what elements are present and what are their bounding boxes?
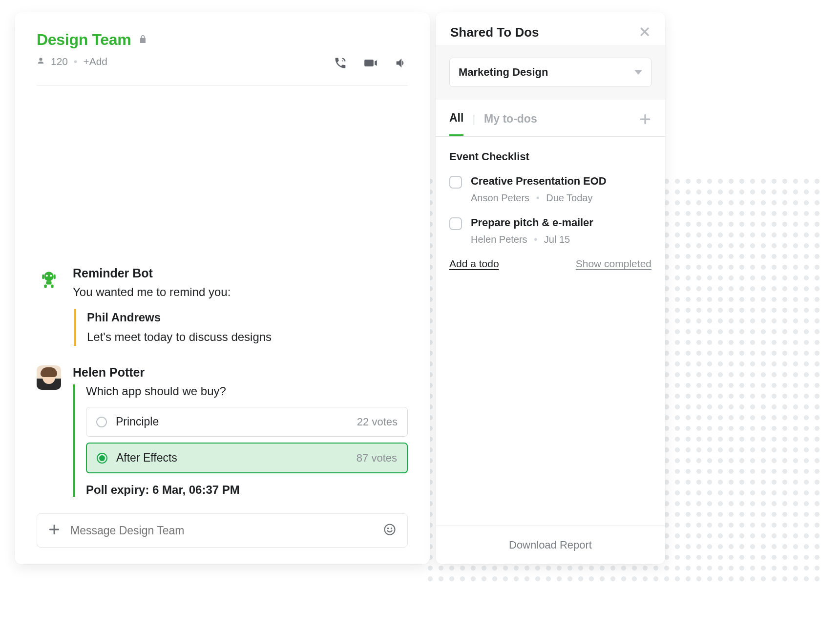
todos-tabs: All | My to-dos xyxy=(436,100,665,137)
todo-item: Prepare pitch & e-mailer Helen Peters • … xyxy=(449,216,651,245)
poll-option[interactable]: Principle 22 votes xyxy=(86,407,408,437)
todo-title: Prepare pitch & e-mailer xyxy=(471,216,593,229)
message-poll: Helen Potter Which app should we buy? Pr… xyxy=(37,365,408,497)
project-selector-value: Marketing Design xyxy=(459,66,548,79)
checkbox[interactable] xyxy=(449,217,462,230)
checkbox[interactable] xyxy=(449,176,462,189)
audio-call-icon[interactable] xyxy=(334,56,347,72)
reminder-quote: Phil Andrews Let's meet today to discuss… xyxy=(74,309,408,346)
sender-name: Reminder Bot xyxy=(73,266,408,280)
lock-icon xyxy=(138,34,147,46)
separator-dot: • xyxy=(74,56,77,67)
chat-header-actions xyxy=(334,56,408,72)
bot-avatar xyxy=(37,266,61,291)
radio-icon xyxy=(97,453,107,464)
tab-separator: | xyxy=(472,113,475,135)
todo-due: Jul 15 xyxy=(544,234,570,245)
close-icon[interactable] xyxy=(639,26,651,40)
todos-title: Shared To Dos xyxy=(450,25,539,40)
tab-my-todos[interactable]: My to-dos xyxy=(484,112,537,135)
svg-rect-3 xyxy=(46,281,52,285)
message-composer[interactable] xyxy=(37,513,408,548)
svg-point-2 xyxy=(50,275,52,276)
message-bot: Reminder Bot You wanted me to remind you… xyxy=(37,266,408,346)
todos-panel: Shared To Dos Marketing Design All | My … xyxy=(436,12,665,564)
poll-expiry: Poll expiry: 6 Mar, 06:37 PM xyxy=(86,483,408,497)
channel-title[interactable]: Design Team xyxy=(37,31,131,49)
person-icon xyxy=(37,56,45,67)
svg-rect-6 xyxy=(44,284,47,288)
poll-votes: 22 votes xyxy=(357,416,398,428)
sender-name: Helen Potter xyxy=(73,365,408,380)
svg-point-9 xyxy=(387,528,388,529)
svg-point-8 xyxy=(385,525,395,535)
emoji-icon[interactable] xyxy=(383,523,397,538)
video-call-icon[interactable] xyxy=(364,56,378,72)
member-count: 120 xyxy=(51,56,68,67)
todos-body: Event Checklist Creative Presentation EO… xyxy=(436,137,665,526)
poll-block: Which app should we buy? Principle 22 vo… xyxy=(73,384,408,497)
add-todo-link[interactable]: Add a todo xyxy=(449,258,499,270)
separator-dot: • xyxy=(534,234,537,245)
poll-option-label: After Effects xyxy=(116,451,177,465)
user-avatar[interactable] xyxy=(37,365,61,390)
todos-section-title: Event Checklist xyxy=(449,150,651,163)
attach-plus-icon[interactable] xyxy=(48,523,61,538)
bot-note: You wanted me to remind you: xyxy=(73,285,408,299)
svg-rect-7 xyxy=(51,284,54,288)
separator-dot: • xyxy=(536,192,540,203)
todo-due: Due Today xyxy=(546,192,592,203)
poll-option[interactable]: After Effects 87 votes xyxy=(86,443,408,473)
chat-panel: Design Team 120 • +Add xyxy=(15,12,430,564)
todo-item: Creative Presentation EOD Anson Peters •… xyxy=(449,175,651,204)
tab-all[interactable]: All xyxy=(449,111,463,136)
todo-owner: Helen Peters xyxy=(471,234,527,245)
chevron-down-icon xyxy=(634,70,642,75)
show-completed-link[interactable]: Show completed xyxy=(576,258,651,270)
svg-point-0 xyxy=(44,272,53,281)
todo-owner: Anson Peters xyxy=(471,192,529,203)
svg-rect-4 xyxy=(42,275,44,279)
radio-icon xyxy=(96,417,107,427)
message-list: Reminder Bot You wanted me to remind you… xyxy=(37,90,408,497)
todo-title: Creative Presentation EOD xyxy=(471,175,607,188)
chat-header: Design Team 120 • +Add xyxy=(37,31,408,81)
svg-point-10 xyxy=(391,528,392,529)
poll-votes: 87 votes xyxy=(357,452,397,465)
header-divider xyxy=(37,85,408,85)
project-selector-area: Marketing Design xyxy=(436,45,665,100)
message-input[interactable] xyxy=(69,524,374,538)
project-selector[interactable]: Marketing Design xyxy=(449,58,651,87)
add-todo-plus-icon[interactable] xyxy=(639,113,651,135)
quote-author: Phil Andrews xyxy=(87,311,408,324)
poll-question: Which app should we buy? xyxy=(86,384,408,398)
volume-icon[interactable] xyxy=(394,56,408,72)
download-report-button[interactable]: Download Report xyxy=(436,526,665,564)
svg-point-1 xyxy=(46,275,48,276)
poll-option-label: Principle xyxy=(116,415,159,428)
add-members-link[interactable]: +Add xyxy=(83,56,107,67)
quote-text: Let's meet today to discuss designs xyxy=(87,330,408,344)
svg-rect-5 xyxy=(54,275,56,279)
